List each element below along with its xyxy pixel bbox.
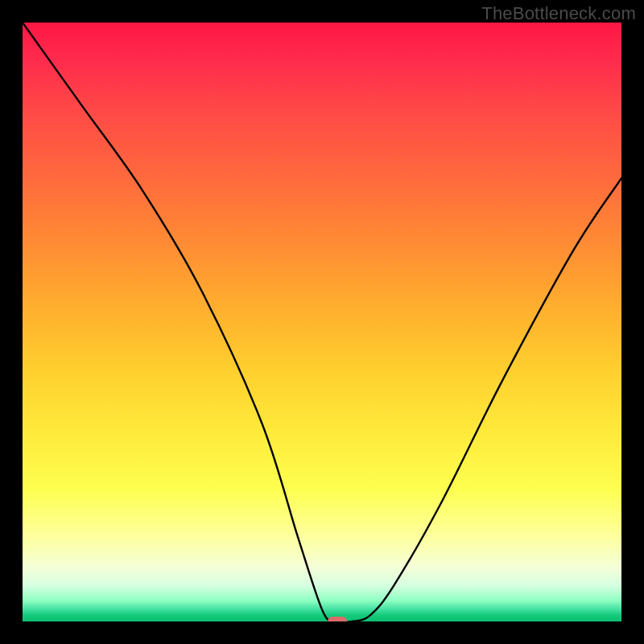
plot-area [23,23,621,621]
chart-frame: TheBottleneck.com [0,0,644,644]
watermark-text: TheBottleneck.com [481,3,636,24]
optimal-marker [328,617,347,621]
bottleneck-curve [23,23,621,621]
